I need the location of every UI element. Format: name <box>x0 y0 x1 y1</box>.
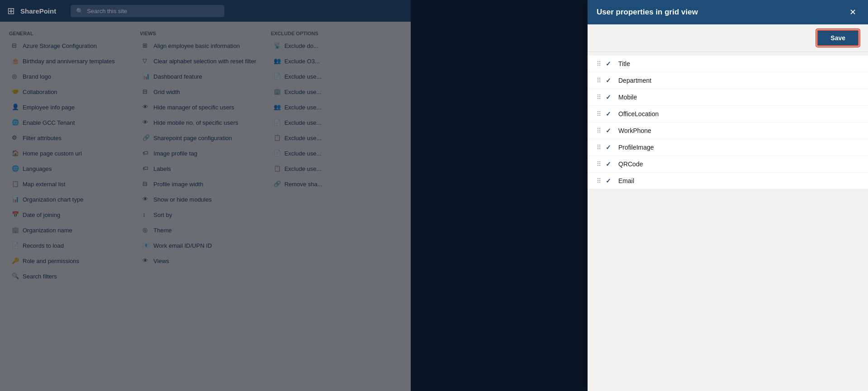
property-name: Title <box>618 60 859 67</box>
property-name: WorkPhone <box>618 127 859 134</box>
property-row-email[interactable]: ⠿ ✓ Email <box>588 173 868 189</box>
drag-handle-icon: ⠿ <box>597 94 600 101</box>
modal-panel: User properties in grid view ✕ Save ⠿ ✓ … <box>588 0 868 391</box>
property-row-workphone[interactable]: ⠿ ✓ WorkPhone <box>588 122 868 139</box>
check-icon: ✓ <box>606 110 613 118</box>
check-icon: ✓ <box>606 177 613 184</box>
property-name: Mobile <box>618 94 859 101</box>
property-name: ProfileImage <box>618 144 859 151</box>
property-row-title[interactable]: ⠿ ✓ Title <box>588 56 868 72</box>
drag-handle-icon: ⠿ <box>597 144 600 151</box>
check-icon: ✓ <box>606 160 613 168</box>
check-icon: ✓ <box>606 77 613 84</box>
property-row-profileimage[interactable]: ⠿ ✓ ProfileImage <box>588 139 868 156</box>
property-row-department[interactable]: ⠿ ✓ Department <box>588 72 868 89</box>
check-icon: ✓ <box>606 127 613 134</box>
property-row-officelocation[interactable]: ⠿ ✓ OfficeLocation <box>588 106 868 122</box>
drag-handle-icon: ⠿ <box>597 77 600 84</box>
modal-toolbar: Save <box>588 24 868 52</box>
property-row-mobile[interactable]: ⠿ ✓ Mobile <box>588 89 868 106</box>
save-button[interactable]: Save <box>817 30 859 46</box>
drag-handle-icon: ⠿ <box>597 110 600 118</box>
drag-handle-icon: ⠿ <box>597 160 600 168</box>
property-name: Department <box>618 77 859 84</box>
check-icon: ✓ <box>606 144 613 151</box>
modal-title: User properties in grid view <box>597 8 698 17</box>
property-name: Email <box>618 177 859 184</box>
property-row-qrcode[interactable]: ⠿ ✓ QRCode <box>588 156 868 173</box>
modal-body: ⠿ ✓ Title ⠿ ✓ Department ⠿ ✓ Mobile ⠿ ✓ … <box>588 52 868 391</box>
drag-handle-icon: ⠿ <box>597 177 600 184</box>
property-name: QRCode <box>618 160 859 168</box>
drag-handle-icon: ⠿ <box>597 60 600 67</box>
modal-header: User properties in grid view ✕ <box>588 0 868 24</box>
property-name: OfficeLocation <box>618 110 859 118</box>
modal-close-button[interactable]: ✕ <box>847 7 859 17</box>
check-icon: ✓ <box>606 60 613 67</box>
check-icon: ✓ <box>606 94 613 101</box>
drag-handle-icon: ⠿ <box>597 127 600 134</box>
